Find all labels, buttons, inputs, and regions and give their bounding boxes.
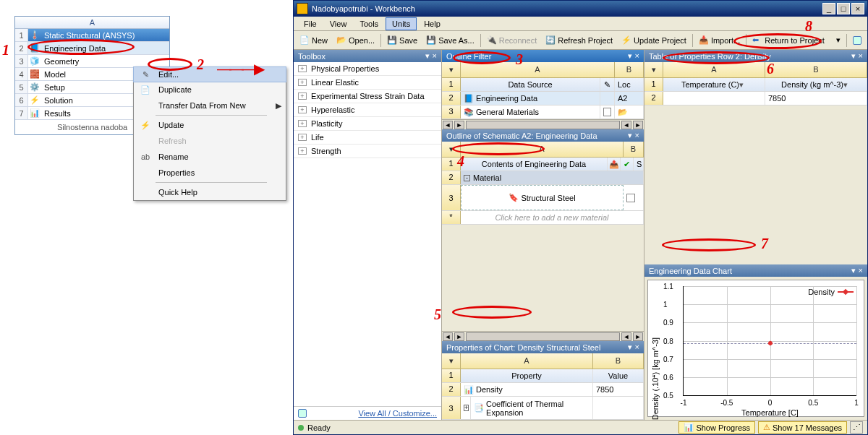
- panel-dropdown-icon[interactable]: ▾: [628, 343, 632, 352]
- toolbox-item[interactable]: +Linear Elastic: [294, 76, 441, 90]
- reconnect-button[interactable]: 🔌Reconnect: [484, 34, 540, 47]
- table-row[interactable]: 3 🔖 Structural Steel: [442, 185, 644, 211]
- plus-icon[interactable]: +: [464, 405, 469, 411]
- minimize-button[interactable]: _: [822, 3, 835, 14]
- book-icon: 📘: [464, 94, 474, 103]
- checkbox[interactable]: [626, 194, 635, 202]
- titlebar: Nadobyapotrubi - Workbench _ □ ×: [294, 1, 867, 17]
- ctx-quickhelp[interactable]: Quick Help: [134, 184, 286, 200]
- menu-file[interactable]: File: [298, 18, 323, 30]
- table-row: 1 Property Value: [442, 369, 644, 383]
- toolbox-item[interactable]: +Plasticity: [294, 117, 441, 131]
- schematic-row-engineering-data[interactable]: 2 📘 Engineering Data: [15, 42, 169, 55]
- table-row[interactable]: 3 + 📑 Coefficient of Thermal Expansion: [442, 397, 644, 420]
- schematic-header: A: [15, 17, 169, 29]
- ctx-properties[interactable]: Properties: [134, 165, 286, 181]
- filter-icon[interactable]: [298, 409, 307, 418]
- minus-icon[interactable]: -: [464, 175, 470, 181]
- dropdown-icon[interactable]: ▾: [739, 80, 746, 90]
- duplicate-icon: 📄: [137, 85, 154, 95]
- properties-chart-title: Properties of Chart: Density Structural …: [442, 341, 644, 353]
- menu-tools[interactable]: Tools: [354, 18, 384, 30]
- panel-close-icon[interactable]: ×: [859, 266, 863, 275]
- saveas-button[interactable]: 💾Save As...: [423, 34, 477, 47]
- table-row[interactable]: 2 7850: [644, 92, 867, 105]
- plus-icon: +: [298, 134, 307, 141]
- gear-icon: ⚙️: [28, 82, 41, 92]
- maximize-button[interactable]: □: [837, 3, 850, 14]
- compact-mode-button[interactable]: ▾: [833, 34, 843, 46]
- saveas-icon: 💾: [426, 35, 436, 46]
- status-dot-icon: [298, 425, 304, 431]
- ctx-rename[interactable]: ab Rename: [134, 149, 286, 165]
- outline-schematic-title: Outline of Schematic A2: Engineering Dat…: [442, 129, 644, 142]
- dropdown-icon[interactable]: ▾: [843, 80, 851, 90]
- table-row[interactable]: 2 📊 Density 7850: [442, 383, 644, 397]
- schematic-row-static-structural[interactable]: 1 🌡️ Static Structural (ANSYS): [15, 29, 169, 42]
- show-messages-button[interactable]: ⚠Show 17 Messages: [758, 421, 847, 434]
- table-row[interactable]: 2 -Material: [442, 171, 644, 185]
- properties-table-grid: ▾ A B 1 Temperature (C)▾ Density (kg m^-…: [644, 62, 867, 105]
- ctx-duplicate[interactable]: 📄 Duplicate: [134, 82, 286, 98]
- view-all-link[interactable]: View All / Customize...: [358, 409, 437, 418]
- menubar: File View Tools Units Help: [294, 17, 867, 31]
- ctx-update[interactable]: ⚡ Update: [134, 117, 286, 133]
- table-row[interactable]: 2 📘 Engineering Data A2: [442, 92, 644, 105]
- toolbox-panel: Toolbox ▾× +Physical Properties +Linear …: [294, 50, 442, 420]
- panel-close-icon[interactable]: ×: [859, 51, 863, 61]
- panel-close-icon[interactable]: ×: [433, 51, 437, 61]
- save-button[interactable]: 💾Save: [384, 34, 420, 47]
- panel-close-icon[interactable]: ×: [635, 131, 639, 140]
- panel-dropdown-icon[interactable]: ▾: [425, 51, 430, 61]
- menu-view[interactable]: View: [324, 18, 353, 30]
- refresh-project-button[interactable]: 🔄Refresh Project: [542, 34, 616, 47]
- open-icon: 📂: [336, 35, 346, 46]
- filter-icon: [853, 36, 861, 45]
- corner-dropdown[interactable]: ▾: [644, 62, 663, 77]
- toolbox-item[interactable]: +Physical Properties: [294, 62, 441, 76]
- toolbar: 📄New 📂Open... 💾Save 💾Save As... 🔌Reconne…: [294, 31, 867, 50]
- update-project-button[interactable]: ⚡Update Project: [618, 34, 689, 47]
- outline-schematic-grid: ▾ A B 1 Contents of Engineering Data 📤 ✔…: [442, 142, 644, 225]
- h-scrollbar[interactable]: ◄►◄►: [442, 119, 644, 129]
- add-material-row[interactable]: * Click here to add a new material: [442, 211, 644, 225]
- ctx-transfer[interactable]: Transfer Data From New ▶: [134, 98, 286, 113]
- corner-dropdown[interactable]: ▾: [442, 142, 461, 157]
- window-title: Nadobyapotrubi - Workbench: [312, 4, 415, 13]
- corner-dropdown[interactable]: ▾: [442, 353, 461, 369]
- doc-icon: 📑: [474, 403, 484, 413]
- panel-dropdown-icon[interactable]: ▾: [628, 131, 632, 140]
- resize-grip[interactable]: ⋰: [850, 421, 863, 434]
- separator: [156, 182, 267, 183]
- h-scrollbar[interactable]: ◄►◄►: [442, 331, 644, 341]
- plus-icon: +: [298, 92, 307, 100]
- table-row[interactable]: 1 Data Source ✎ Loc: [442, 78, 644, 92]
- panel-dropdown-icon[interactable]: ▾: [851, 51, 856, 61]
- table-row[interactable]: 3 📚 General Materials 📂: [442, 105, 644, 119]
- show-progress-button[interactable]: 📊Show Progress: [678, 421, 755, 434]
- app-icon: [297, 3, 308, 14]
- close-button[interactable]: ×: [851, 3, 864, 14]
- new-button[interactable]: 📄New: [297, 34, 331, 47]
- corner-dropdown[interactable]: ▾: [442, 62, 461, 77]
- panel-close-icon[interactable]: ×: [635, 51, 639, 61]
- save-icon: 💾: [387, 35, 397, 46]
- ctx-edit[interactable]: ✎ Edit...: [133, 66, 286, 82]
- lightning-icon: ⚡: [28, 95, 41, 105]
- toolbox-item[interactable]: +Life: [294, 131, 441, 145]
- toolbox-item[interactable]: +Hyperelastic: [294, 103, 441, 117]
- import-button[interactable]: 📥Import...: [696, 34, 743, 47]
- return-to-project-button[interactable]: ⬅Return to Project: [749, 34, 827, 47]
- toolbox-item[interactable]: +Experimental Stress Strain Data: [294, 90, 441, 103]
- filter-toggle-button[interactable]: [850, 35, 864, 46]
- checkbox[interactable]: [603, 108, 611, 116]
- panel-close-icon[interactable]: ×: [635, 343, 639, 352]
- toolbox-item[interactable]: +Strength: [294, 145, 441, 158]
- menu-units[interactable]: Units: [386, 17, 417, 30]
- panel-dropdown-icon[interactable]: ▾: [851, 266, 856, 275]
- plus-icon: +: [298, 106, 307, 113]
- menu-help[interactable]: Help: [418, 18, 446, 30]
- panel-dropdown-icon[interactable]: ▾: [628, 51, 632, 61]
- open-button[interactable]: 📂Open...: [333, 34, 378, 47]
- table-row[interactable]: 1 Contents of Engineering Data 📤 ✔ S: [442, 158, 644, 171]
